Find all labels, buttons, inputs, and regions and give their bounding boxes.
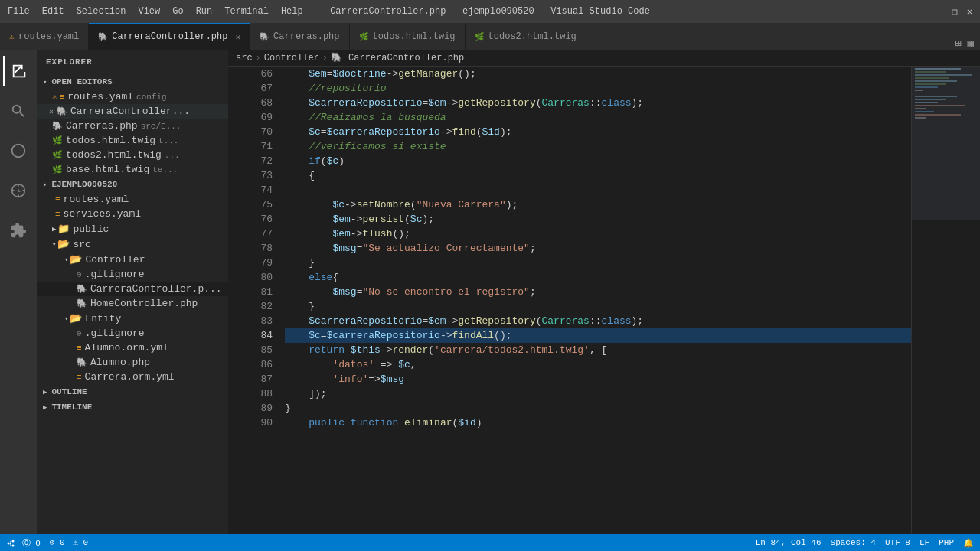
project-section[interactable]: ▾ EJEMPLO090520 <box>37 177 228 192</box>
spaces-info[interactable]: Spaces: 4 <box>831 538 876 548</box>
code-line-86: 'datos' => $c, <box>285 357 911 372</box>
line-num-active: 84 <box>240 328 273 343</box>
tab-routes-label: routes.yaml <box>18 31 79 42</box>
outline-section[interactable]: ▶ OUTLINE <box>37 384 228 399</box>
entity-chevron: ▾ <box>64 315 68 323</box>
line-num: 75 <box>240 197 273 212</box>
activity-debug[interactable] <box>3 175 34 206</box>
menu-file[interactable]: File <box>8 6 30 17</box>
activity-explorer[interactable] <box>3 56 34 86</box>
language-info[interactable]: PHP <box>939 538 954 548</box>
outline-label: OUTLINE <box>51 387 87 396</box>
php-icon-home: 🐘 <box>77 298 87 308</box>
breadcrumb-sep-2: › <box>322 53 328 64</box>
twig-file-icon-2: 🌿 <box>52 150 63 160</box>
timeline-section[interactable]: ▶ TIMELINE <box>37 399 228 415</box>
list-item[interactable]: 🐘 HomeController.php <box>37 296 228 311</box>
list-item[interactable]: 🌿 todos.html.twig t... <box>37 133 228 148</box>
yaml-icon-4: ≡ <box>77 344 82 353</box>
tab-bar: ⚠ routes.yaml 🐘 CarreraController.php ✕ … <box>0 23 980 50</box>
file-label: routes.yaml <box>64 194 129 205</box>
svg-point-19 <box>12 540 15 542</box>
eol-info[interactable]: LF <box>920 538 929 548</box>
menu-run[interactable]: Run <box>196 6 213 17</box>
folder-src[interactable]: ▾ 📂 src <box>37 236 228 252</box>
list-item[interactable]: ≡ routes.yaml <box>37 192 228 207</box>
list-item[interactable]: ≡ Alumno.orm.yml <box>37 341 228 355</box>
activity-git[interactable] <box>3 135 34 166</box>
line-num: 67 <box>240 81 273 96</box>
activity-extensions[interactable] <box>3 215 34 246</box>
warning-icon: ⚠ <box>52 92 57 102</box>
menu-bar[interactable]: File Edit Selection View Go Run Terminal… <box>8 6 303 17</box>
activity-search[interactable] <box>3 96 34 126</box>
list-item[interactable]: ⚠ ≡ routes.yaml config <box>37 90 228 104</box>
line-num: 76 <box>240 212 273 227</box>
code-line-73: { <box>285 168 911 183</box>
breadcrumb-file[interactable]: CarreraController.php <box>348 53 464 64</box>
timeline-chevron: ▶ <box>43 403 47 412</box>
code-line-68: $carreraRepositorio=$em->getRepository(C… <box>285 96 911 110</box>
file-label: services.yaml <box>64 208 141 220</box>
project-label: EJEMPLO090520 <box>51 180 117 189</box>
layout-icon[interactable]: ▦ <box>968 37 974 50</box>
cursor-position[interactable]: Ln 84, Col 46 <box>756 538 822 548</box>
line-num: 71 <box>240 139 273 154</box>
folder-entity[interactable]: ▾ 📂 Entity <box>37 311 228 326</box>
menu-edit[interactable]: Edit <box>42 6 64 17</box>
code-line-69: //Reaizamos la busqueda <box>285 110 911 125</box>
list-item[interactable]: ≡ services.yaml <box>37 207 228 221</box>
close-button[interactable]: ✕ <box>967 6 972 18</box>
list-item[interactable]: ⊖ .gitignore <box>37 267 228 282</box>
gitignore-icon-2: ⊖ <box>77 328 82 338</box>
git-status[interactable]: ⓪ 0 <box>6 537 41 549</box>
list-item[interactable]: ≡ Carrera.orm.yml <box>37 370 228 384</box>
tab-carreras[interactable]: 🐘 Carreras.php <box>250 23 349 50</box>
folder-controller[interactable]: ▾ 📂 Controller <box>37 252 228 267</box>
code-line-84: $c=$carreraRepositorio->findAll(); <box>285 328 911 343</box>
code-content[interactable]: $em=$doctrine->getManager(); //repositor… <box>279 67 911 534</box>
tab-todos2-label: todos2.html.twig <box>488 31 577 42</box>
list-item[interactable]: 🌿 base.html.twig te... <box>37 162 228 177</box>
window-controls[interactable]: — ❐ ✕ <box>937 6 972 18</box>
twig-file-icon-3: 🌿 <box>52 165 63 174</box>
open-editors-section[interactable]: ▾ OPEN EDITORS <box>37 74 228 90</box>
tab-carreras-label: Carreras.php <box>273 31 339 42</box>
tab-close-button[interactable]: ✕ <box>235 32 240 42</box>
list-item[interactable]: ⊖ .gitignore <box>37 326 228 341</box>
tab-todos-twig[interactable]: 🌿 todos.html.twig <box>350 23 466 50</box>
error-status[interactable]: ⊘ 0 ⚠ 0 <box>50 537 88 549</box>
title-bar: File Edit Selection View Go Run Terminal… <box>0 0 980 23</box>
menu-selection[interactable]: Selection <box>77 6 126 17</box>
menu-terminal[interactable]: Terminal <box>224 6 269 17</box>
code-editor[interactable]: 66 67 68 69 70 71 72 73 74 75 76 77 78 7… <box>228 67 980 534</box>
open-editors-chevron: ▾ <box>43 78 47 86</box>
line-numbers: 66 67 68 69 70 71 72 73 74 75 76 77 78 7… <box>240 67 279 534</box>
list-item[interactable]: 🐘 CarreraController.p... <box>37 282 228 296</box>
activity-bar <box>0 50 37 534</box>
minimize-button[interactable]: — <box>937 6 942 18</box>
code-line-88: ]); <box>285 386 911 401</box>
menu-view[interactable]: View <box>138 6 160 17</box>
file-suffix: src/E... <box>141 122 181 131</box>
menu-go[interactable]: Go <box>172 6 183 17</box>
list-item[interactable]: ✕ 🐘 CarreraController... <box>37 104 228 119</box>
split-editor-icon[interactable]: ⊞ <box>955 37 961 50</box>
breadcrumb-controller[interactable]: Controller <box>264 53 319 64</box>
encoding-info[interactable]: UTF-8 <box>885 538 910 548</box>
breadcrumb-src[interactable]: src <box>236 53 253 64</box>
line-num: 78 <box>240 241 273 256</box>
menu-help[interactable]: Help <box>281 6 303 17</box>
close-icon[interactable]: ✕ <box>49 107 54 116</box>
folder-public[interactable]: ▶ 📁 public <box>37 221 228 236</box>
list-item[interactable]: 🌿 todos2.html.twig ... <box>37 148 228 162</box>
tab-carrera-controller[interactable]: 🐘 CarreraController.php ✕ <box>89 23 250 50</box>
line-num: 72 <box>240 154 273 168</box>
list-item[interactable]: 🐘 Carreras.php src/E... <box>37 119 228 133</box>
tab-routes[interactable]: ⚠ routes.yaml <box>0 23 89 50</box>
list-item[interactable]: 🐘 Alumno.php <box>37 355 228 370</box>
tab-todos2-twig[interactable]: 🌿 todos2.html.twig <box>466 23 586 50</box>
line-num: 82 <box>240 299 273 314</box>
feedback-icon[interactable]: 🔔 <box>963 538 974 548</box>
maximize-button[interactable]: ❐ <box>952 6 958 18</box>
